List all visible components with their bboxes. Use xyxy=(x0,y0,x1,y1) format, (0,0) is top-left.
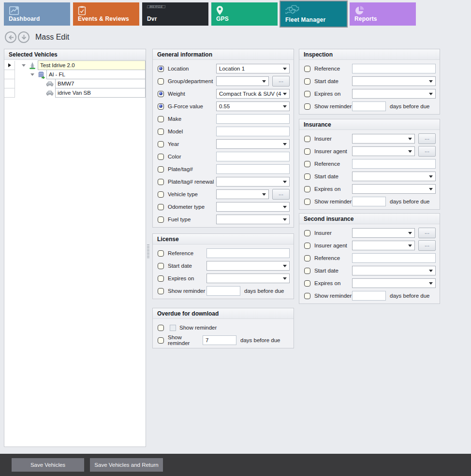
insurance-insurer-combo[interactable] xyxy=(352,134,415,144)
general-fuel-type-combo[interactable] xyxy=(216,215,290,224)
insurance-reference-apply-checkbox[interactable] xyxy=(304,161,310,167)
second_insurance-insurer-agent-combo[interactable] xyxy=(352,241,415,250)
inspection-show-reminder-apply-checkbox[interactable] xyxy=(304,103,310,110)
general-odometer-type-apply-checkbox[interactable] xyxy=(158,204,164,210)
tab-dvr[interactable]: MERGEDvr xyxy=(142,2,208,26)
license-start-date-combo[interactable] xyxy=(206,261,290,271)
insurance-expires-on-apply-checkbox[interactable] xyxy=(304,186,310,192)
second_insurance-reference-apply-checkbox[interactable] xyxy=(304,255,310,261)
overdue-show-reminder-apply-checkbox[interactable] xyxy=(158,325,164,331)
field-label: Reference xyxy=(314,255,352,261)
tab-events-reviews[interactable]: Events & Reviews xyxy=(73,2,139,26)
general-fuel-type-apply-checkbox[interactable] xyxy=(158,216,164,223)
overdue-show-reminder-checkbox[interactable] xyxy=(170,325,176,331)
save-vehicles-and-return-button[interactable]: Save Vehicles and Return xyxy=(90,458,163,472)
inspection-expires-on-combo[interactable] xyxy=(352,89,436,99)
days-before-due-label: days before due xyxy=(390,199,429,204)
general-make-apply-checkbox[interactable] xyxy=(158,116,164,122)
overdue-show-reminder-days-input[interactable]: 7 xyxy=(203,335,236,345)
field-label: Show reminder xyxy=(314,199,352,204)
expand-collapse-icon[interactable] xyxy=(20,61,28,70)
field-label: Expires on xyxy=(168,275,206,281)
general-plate-tag-renewal-combo[interactable] xyxy=(216,177,290,187)
inspection-reference-apply-checkbox[interactable] xyxy=(304,66,310,72)
tab-gps[interactable]: GPS xyxy=(211,2,278,26)
inspection-start-date-apply-checkbox[interactable] xyxy=(304,78,310,85)
tree-node-al-fl[interactable]: Al - FL xyxy=(46,70,146,79)
inspection-expires-on-apply-checkbox[interactable] xyxy=(304,91,310,97)
insurance-insurer-agent-apply-checkbox[interactable] xyxy=(304,148,310,155)
general-g-force-value-combo[interactable]: 0.55 xyxy=(216,101,290,111)
insurance-reference-input[interactable] xyxy=(352,159,436,169)
insurance-expires-on-combo[interactable] xyxy=(352,184,436,194)
scroll-down-button[interactable] xyxy=(18,31,29,43)
license-start-date-apply-checkbox[interactable] xyxy=(158,263,164,269)
second_insurance-show-reminder-apply-checkbox[interactable] xyxy=(304,293,310,299)
back-button[interactable] xyxy=(5,31,16,43)
insurance-show-reminder-days-input[interactable] xyxy=(352,197,386,206)
general-vehicle-type-combo[interactable] xyxy=(216,189,269,199)
second_insurance-show-reminder-days-input[interactable] xyxy=(352,291,386,301)
chevron-down-icon xyxy=(429,188,433,190)
second_insurance-expires-on-apply-checkbox[interactable] xyxy=(304,280,310,287)
insurance-start-date-apply-checkbox[interactable] xyxy=(304,173,310,180)
insurance-insurer-agent-browse-button[interactable]: ... xyxy=(418,146,436,157)
license-show-reminder-days-input[interactable] xyxy=(206,286,240,296)
tree-node-test-idrive-2-0[interactable]: Test Idrive 2.0 xyxy=(38,60,146,70)
splitter-grip[interactable] xyxy=(147,245,149,258)
tab-label: Fleet Manager xyxy=(285,16,325,23)
general-location-apply-checkbox[interactable] xyxy=(158,66,164,72)
general-odometer-type-combo[interactable] xyxy=(216,202,290,212)
save-vehicles-button[interactable]: Save Vehicles xyxy=(12,458,84,472)
license-expires-on-combo[interactable] xyxy=(206,274,290,283)
second_insurance-insurer-browse-button[interactable]: ... xyxy=(418,228,436,238)
general-g-force-value-apply-checkbox[interactable] xyxy=(158,103,164,110)
second_insurance-insurer-agent-apply-checkbox[interactable] xyxy=(304,243,310,249)
field-label: Color xyxy=(168,154,216,159)
inspection-show-reminder-days-input[interactable] xyxy=(352,101,386,111)
tab-fleet-manager[interactable]: Fleet Manager xyxy=(280,1,347,27)
general-model-apply-checkbox[interactable] xyxy=(158,129,164,135)
inspection-reference-input[interactable] xyxy=(352,64,436,73)
general-year-apply-checkbox[interactable] xyxy=(158,141,164,147)
license-show-reminder-apply-checkbox[interactable] xyxy=(158,288,164,294)
tree-node-idrive-van-sb[interactable]: idrive Van SB xyxy=(55,88,146,98)
general-group-department-browse-button[interactable]: ... xyxy=(272,76,290,87)
license-reference-apply-checkbox[interactable] xyxy=(158,250,164,257)
second_insurance-start-date-apply-checkbox[interactable] xyxy=(304,268,310,274)
general-plate-tag-renewal-apply-checkbox[interactable] xyxy=(158,179,164,185)
insurance-show-reminder-apply-checkbox[interactable] xyxy=(304,199,310,205)
general-location-combo[interactable]: Location 1 xyxy=(216,64,290,73)
general-vehicle-type-apply-checkbox[interactable] xyxy=(158,191,164,198)
insurance-insurer-agent-combo[interactable] xyxy=(352,146,415,156)
general-weight-combo[interactable]: Compact Truck & SUV (4... xyxy=(216,89,290,99)
expand-collapse-icon[interactable] xyxy=(29,70,36,79)
second_insurance-insurer-apply-checkbox[interactable] xyxy=(304,230,310,236)
second_insurance-insurer-combo[interactable] xyxy=(352,228,415,238)
general-weight-apply-checkbox[interactable] xyxy=(158,91,164,97)
second_insurance-start-date-combo[interactable] xyxy=(352,266,436,275)
general-plate-tag-input[interactable] xyxy=(216,164,290,174)
tab-reports[interactable]: Reports xyxy=(350,2,416,26)
general-color-apply-checkbox[interactable] xyxy=(158,154,164,160)
general-make-input[interactable] xyxy=(216,114,290,124)
inspection-start-date-combo[interactable] xyxy=(352,76,436,86)
second_insurance-expires-on-combo[interactable] xyxy=(352,278,436,288)
overdue-show-reminder-apply-checkbox[interactable] xyxy=(158,337,164,344)
general-color-input[interactable] xyxy=(216,152,290,161)
insurance-start-date-combo[interactable] xyxy=(352,172,436,181)
tab-dashboard[interactable]: Dashboard xyxy=(4,2,70,26)
second_insurance-reference-input[interactable] xyxy=(352,253,436,263)
general-model-input[interactable] xyxy=(216,127,290,136)
license-reference-input[interactable] xyxy=(206,248,290,258)
insurance-insurer-apply-checkbox[interactable] xyxy=(304,136,310,142)
general-vehicle-type-browse-button[interactable]: ... xyxy=(272,189,290,200)
insurance-insurer-browse-button[interactable]: ... xyxy=(418,133,436,144)
general-plate-tag-apply-checkbox[interactable] xyxy=(158,166,164,173)
general-group-department-apply-checkbox[interactable] xyxy=(158,78,164,85)
second_insurance-insurer-agent-browse-button[interactable]: ... xyxy=(418,240,436,251)
general-year-combo[interactable] xyxy=(216,139,290,149)
license-expires-on-apply-checkbox[interactable] xyxy=(158,275,164,282)
general-group-department-combo[interactable] xyxy=(216,76,269,86)
tree-node-bmw7[interactable]: BMW7 xyxy=(55,79,146,88)
